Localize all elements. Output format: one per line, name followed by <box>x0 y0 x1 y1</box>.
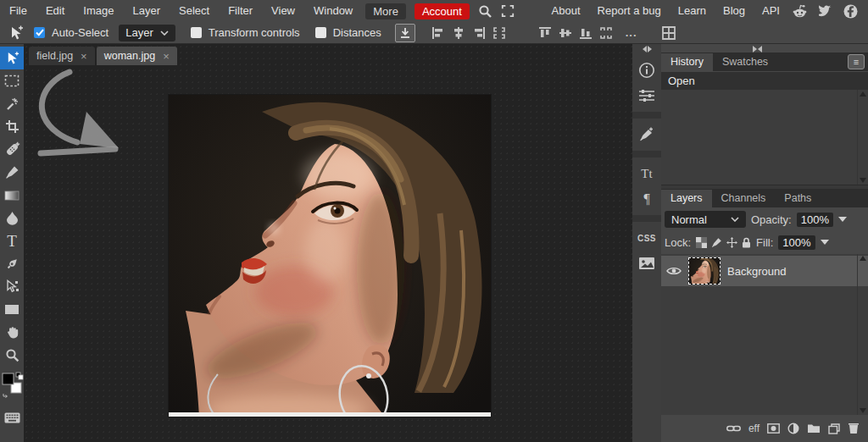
move-tool[interactable] <box>0 47 24 69</box>
menu-image[interactable]: Image <box>74 0 123 22</box>
css-panel-icon[interactable]: CSS <box>632 225 661 251</box>
tab-close-icon[interactable]: × <box>81 50 87 63</box>
history-list[interactable] <box>661 90 868 185</box>
lock-all-icon[interactable] <box>742 237 751 248</box>
opacity-value[interactable]: 100% <box>797 213 833 227</box>
link-layers-icon[interactable] <box>726 424 741 433</box>
align-right-icon[interactable] <box>470 24 488 42</box>
opacity-slider-toggle[interactable] <box>838 217 847 222</box>
lock-pixels-icon[interactable] <box>711 237 722 248</box>
panel-collapse-icon[interactable] <box>753 46 762 52</box>
canvas-image[interactable] <box>169 95 491 417</box>
layer-mask-icon[interactable] <box>767 423 780 434</box>
align-top-icon[interactable] <box>536 24 554 42</box>
delete-layer-trash-icon[interactable] <box>848 423 860 434</box>
fill-slider-toggle[interactable] <box>821 240 829 245</box>
hand-tool[interactable] <box>0 321 24 344</box>
path-select-tool[interactable] <box>0 275 24 298</box>
tab-field-jpg[interactable]: field.jpg × <box>29 47 95 65</box>
adjustments-panel-icon[interactable] <box>632 83 661 108</box>
blend-mode-select[interactable]: Normal <box>665 211 746 228</box>
align-bottom-icon[interactable] <box>576 24 595 42</box>
menu-file[interactable]: File <box>0 0 36 22</box>
tab-close-icon[interactable]: × <box>163 50 170 63</box>
tab-channels[interactable]: Channels <box>712 190 776 207</box>
reddit-icon[interactable] <box>788 0 810 22</box>
layer-effects-button[interactable]: eff <box>748 423 760 434</box>
brush-tool[interactable] <box>0 161 24 184</box>
menu-learn[interactable]: Learn <box>670 0 715 22</box>
pen-tool[interactable] <box>0 252 24 275</box>
open-place-button[interactable] <box>395 24 415 42</box>
move-tool-icon <box>5 22 27 44</box>
layer-row-background[interactable]: Background <box>661 256 868 286</box>
layer-thumbnail[interactable] <box>688 257 721 285</box>
menu-layer[interactable]: Layer <box>124 0 170 22</box>
tab-paths[interactable]: Paths <box>775 190 821 207</box>
distribute-v-icon[interactable] <box>597 24 615 42</box>
paragraph-panel-icon[interactable]: ¶ <box>632 186 661 212</box>
blur-tool[interactable] <box>0 207 24 229</box>
info-panel-icon[interactable] <box>632 58 661 83</box>
align-center-h-icon[interactable] <box>449 24 468 42</box>
tab-history[interactable]: History <box>661 53 713 71</box>
layer-list[interactable]: Background <box>661 254 868 415</box>
tab-swatches[interactable]: Swatches <box>713 53 777 71</box>
lock-label: Lock: <box>665 236 691 249</box>
menu-select[interactable]: Select <box>170 0 219 22</box>
transform-controls-checkbox[interactable] <box>191 27 202 38</box>
new-layer-icon[interactable] <box>828 423 840 434</box>
character-panel-icon[interactable]: Tt <box>632 161 661 186</box>
color-swatches[interactable] <box>0 371 24 401</box>
fullscreen-icon[interactable] <box>497 0 519 22</box>
menu-window[interactable]: Window <box>304 0 362 22</box>
menu-edit[interactable]: Edit <box>36 0 74 22</box>
panel-collapse-icon[interactable] <box>643 46 652 52</box>
fill-value[interactable]: 100% <box>778 235 815 250</box>
layer-visibility-eye-icon[interactable] <box>666 266 682 276</box>
gradient-tool[interactable] <box>0 184 24 207</box>
twitter-icon[interactable] <box>814 0 836 22</box>
keyboard-shortcuts-icon[interactable] <box>0 406 24 429</box>
arrange-windows-icon[interactable] <box>659 24 678 42</box>
tab-woman-jpg[interactable]: woman.jpg × <box>97 47 177 65</box>
menu-filter[interactable]: Filter <box>219 0 262 22</box>
lock-position-icon[interactable] <box>726 237 737 248</box>
distances-checkbox[interactable] <box>315 27 326 38</box>
menu-view[interactable]: View <box>262 0 304 22</box>
layers-scrollbar[interactable] <box>857 254 867 415</box>
menu-report-bug[interactable]: Report a bug <box>589 0 670 22</box>
history-item-open[interactable]: Open <box>661 72 868 90</box>
account-button[interactable]: Account <box>415 3 470 19</box>
distribute-h-icon[interactable] <box>490 24 509 42</box>
foreground-color-swatch <box>3 373 14 384</box>
magic-wand-tool[interactable] <box>0 92 24 115</box>
menu-about[interactable]: About <box>543 0 589 22</box>
lock-transparency-icon[interactable] <box>696 237 707 248</box>
brush-settings-panel-icon[interactable] <box>632 122 661 147</box>
rectangle-select-tool[interactable] <box>0 69 24 92</box>
zoom-tool[interactable] <box>0 344 24 367</box>
menu-api[interactable]: API <box>754 0 788 22</box>
distances-label: Distances <box>333 26 381 39</box>
tab-layers[interactable]: Layers <box>661 190 712 207</box>
menu-more[interactable]: More <box>365 3 406 19</box>
align-middle-icon[interactable] <box>556 24 575 42</box>
crop-tool[interactable] <box>0 115 24 138</box>
auto-select-checkbox[interactable] <box>34 27 45 38</box>
new-group-folder-icon[interactable] <box>807 423 821 434</box>
layer-name[interactable]: Background <box>727 265 786 278</box>
image-panel-icon[interactable] <box>632 251 661 276</box>
facebook-icon[interactable] <box>839 0 861 22</box>
align-left-icon[interactable] <box>429 24 448 42</box>
type-tool[interactable]: T <box>0 229 24 252</box>
history-panel-menu-button[interactable]: ≡ <box>848 54 865 69</box>
menu-blog[interactable]: Blog <box>715 0 754 22</box>
adjustment-layer-icon[interactable] <box>787 423 799 434</box>
history-scrollbar[interactable] <box>857 90 867 185</box>
more-options[interactable]: ... <box>622 26 641 39</box>
spot-healing-tool[interactable] <box>0 138 24 161</box>
search-icon[interactable] <box>475 0 497 22</box>
target-select[interactable]: Layer <box>119 25 175 41</box>
rectangle-shape-tool[interactable] <box>0 298 24 321</box>
